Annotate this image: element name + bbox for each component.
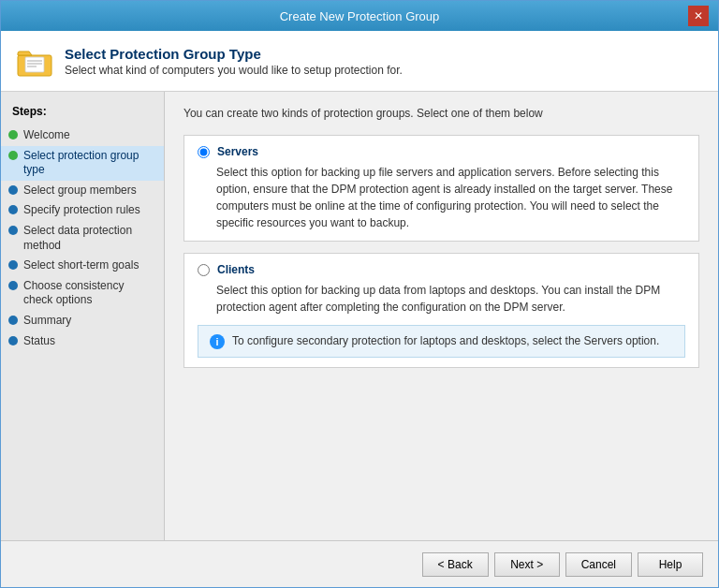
sidebar-item-specify-protection-rules[interactable]: Specify protection rules	[1, 200, 164, 221]
step-dot	[8, 205, 18, 214]
sidebar-item-summary[interactable]: Summary	[1, 311, 164, 331]
info-box: i To configure secondary protection for …	[198, 325, 685, 358]
sidebar-item-select-group-members[interactable]: Select group members	[1, 181, 164, 201]
main-content: Steps: WelcomeSelect protection group ty…	[1, 92, 718, 540]
page-subtitle: Select what kind of computers you would …	[65, 64, 403, 77]
close-button[interactable]: ✕	[688, 6, 709, 26]
svg-rect-1	[25, 57, 44, 72]
sidebar-item-label: Status	[23, 334, 55, 349]
header-icon	[16, 42, 53, 80]
step-dot	[8, 185, 18, 195]
servers-label[interactable]: Servers	[217, 145, 258, 158]
clients-radio[interactable]	[198, 264, 210, 276]
clients-option-block: Clients Select this option for backing u…	[183, 253, 699, 368]
sidebar-item-select-short-term-goals[interactable]: Select short-term goals	[1, 256, 164, 276]
sidebar-item-label: Select group members	[23, 184, 137, 198]
sidebar-title: Steps:	[1, 101, 164, 125]
main-window: Create New Protection Group ✕ Select Pro…	[0, 0, 719, 588]
sidebar-item-label: Select data protection method	[23, 224, 154, 253]
sidebar-item-welcome[interactable]: Welcome	[1, 125, 164, 146]
sidebar: Steps: WelcomeSelect protection group ty…	[1, 92, 165, 540]
step-dot	[8, 151, 18, 160]
help-button[interactable]: Help	[638, 552, 703, 577]
sidebar-item-label: Select short-term goals	[23, 258, 139, 273]
sidebar-item-select-protection-group-type[interactable]: Select protection group type	[1, 146, 164, 181]
footer: < Back Next > Cancel Help	[1, 540, 718, 587]
content-area: You can create two kinds of protection g…	[165, 92, 718, 540]
sidebar-item-label: Specify protection rules	[23, 203, 140, 218]
servers-option-block: Servers Select this option for backing u…	[183, 135, 699, 242]
step-dot	[8, 281, 18, 290]
sidebar-item-status[interactable]: Status	[1, 331, 164, 352]
header-section: Select Protection Group Type Select what…	[1, 31, 718, 92]
sidebar-item-label: Summary	[23, 314, 71, 329]
clients-label[interactable]: Clients	[217, 263, 255, 276]
next-button[interactable]: Next >	[494, 552, 560, 577]
window-title: Create New Protection Group	[31, 9, 688, 23]
servers-description: Select this option for backing up file s…	[216, 164, 685, 231]
step-dot	[8, 316, 18, 325]
sidebar-item-select-data-protection-method[interactable]: Select data protection method	[1, 221, 164, 256]
step-dot	[8, 226, 18, 235]
sidebar-item-label: Select protection group type	[23, 149, 154, 178]
content-intro: You can create two kinds of protection g…	[183, 107, 699, 120]
servers-radio[interactable]	[198, 146, 210, 158]
back-button[interactable]: < Back	[422, 552, 489, 577]
title-bar: Create New Protection Group ✕	[1, 1, 718, 31]
step-dot	[8, 336, 18, 345]
servers-option-header: Servers	[198, 145, 685, 158]
info-icon: i	[210, 334, 225, 349]
step-dot	[8, 260, 18, 270]
sidebar-item-choose-consistency-check-options[interactable]: Choose consistency check options	[1, 276, 164, 311]
sidebar-item-label: Choose consistency check options	[23, 279, 154, 308]
header-text: Select Protection Group Type Select what…	[65, 46, 403, 77]
sidebar-item-label: Welcome	[23, 128, 70, 143]
step-dot	[8, 130, 18, 140]
cancel-button[interactable]: Cancel	[565, 552, 632, 577]
clients-description: Select this option for backing up data f…	[216, 282, 685, 316]
info-text: To configure secondary protection for la…	[232, 333, 659, 349]
clients-option-header: Clients	[198, 263, 685, 276]
page-title: Select Protection Group Type	[65, 46, 403, 62]
